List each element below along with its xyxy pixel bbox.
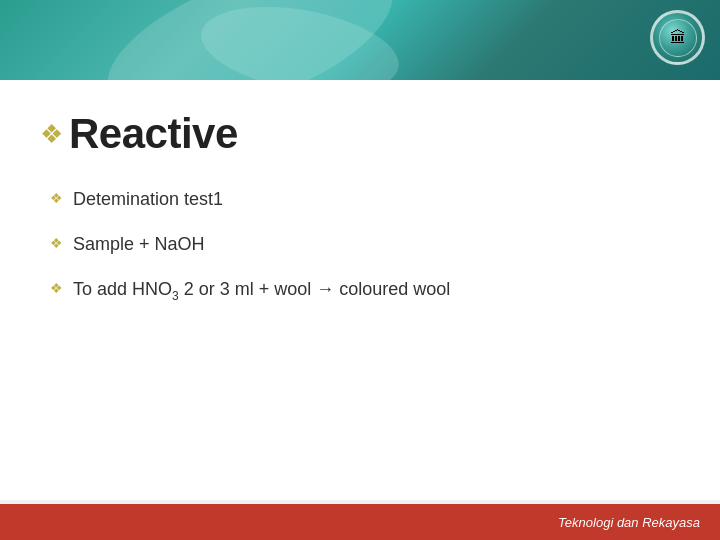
- page-title: Reactive: [69, 110, 238, 158]
- title-row: ❖ Reactive: [40, 110, 680, 158]
- list-item: ❖ To add HNO3 2 or 3 ml + wool → coloure…: [40, 276, 680, 305]
- subscript-3: 3: [172, 289, 179, 303]
- list-item: ❖ Sample + NaOH: [40, 231, 680, 258]
- bullet-icon-3: ❖: [50, 279, 63, 299]
- bullet-text-3: To add HNO3 2 or 3 ml + wool → coloured …: [73, 276, 450, 305]
- bullet-icon-1: ❖: [50, 189, 63, 209]
- footer-bar: Teknologi dan Rekayasa: [0, 504, 720, 540]
- bullet-text-1: Detemination test1: [73, 186, 223, 213]
- main-content: ❖ Reactive ❖ Detemination test1 ❖ Sample…: [0, 80, 720, 500]
- bullet-text-3-after: 2 or 3 ml + wool → coloured wool: [179, 279, 451, 299]
- bullet-text-2: Sample + NaOH: [73, 231, 205, 258]
- list-item: ❖ Detemination test1: [40, 186, 680, 213]
- top-banner: [0, 0, 720, 80]
- title-bullet-icon: ❖: [40, 121, 63, 147]
- logo-inner: [659, 19, 697, 57]
- logo: [650, 10, 705, 65]
- footer-text: Teknologi dan Rekayasa: [558, 515, 700, 530]
- bullet-text-3-before: To add HNO: [73, 279, 172, 299]
- bullet-icon-2: ❖: [50, 234, 63, 254]
